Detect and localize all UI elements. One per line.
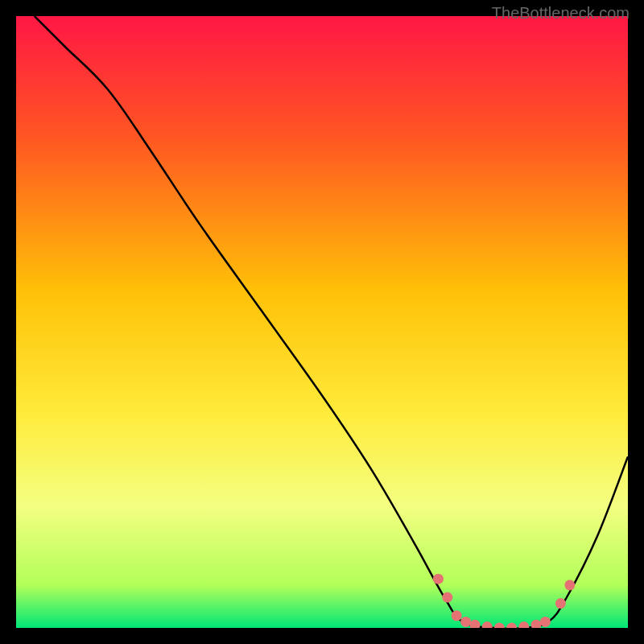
- data-marker: [433, 574, 444, 584]
- data-marker: [452, 610, 462, 621]
- attribution-text: TheBottleneck.com: [492, 4, 630, 23]
- chart-canvas: [16, 16, 628, 628]
- data-marker: [564, 580, 575, 590]
- data-marker: [442, 592, 452, 603]
- data-marker: [460, 617, 471, 627]
- gradient-background: [16, 16, 628, 628]
- data-marker: [540, 617, 551, 627]
- chart-plot-area: [16, 16, 628, 628]
- data-marker: [555, 598, 566, 609]
